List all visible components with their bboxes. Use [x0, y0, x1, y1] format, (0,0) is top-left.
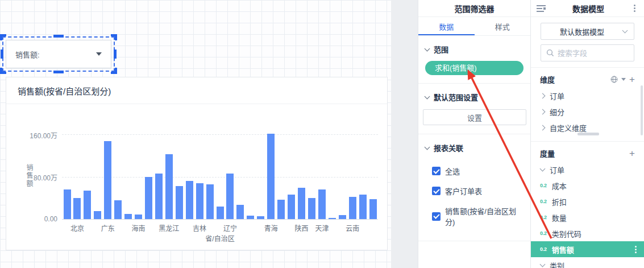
bar-7[interactable]: [135, 215, 142, 219]
chevron-down-icon[interactable]: [540, 262, 546, 267]
gridline-160: [62, 134, 378, 135]
data-model-select[interactable]: 默认数据模型: [541, 23, 634, 40]
tab-style[interactable]: 样式: [475, 17, 531, 35]
dimension-item-label: 细分: [550, 106, 564, 117]
bar-10[interactable]: [165, 154, 173, 219]
measure-group-order[interactable]: 订单: [531, 162, 644, 178]
bar-27[interactable]: [339, 215, 346, 219]
bar-25[interactable]: [318, 189, 326, 219]
add-dimension-icon[interactable]: +: [629, 76, 635, 84]
search-input[interactable]: [558, 49, 626, 57]
resize-handle[interactable]: [111, 34, 117, 40]
section-range[interactable]: 范围: [425, 44, 523, 55]
settings-button[interactable]: 设置: [423, 109, 526, 125]
chevron-down-icon[interactable]: [425, 93, 430, 99]
kebab-menu-icon[interactable]: [630, 5, 638, 13]
measure-item-selected[interactable]: 0.2销售额: [531, 241, 644, 257]
bar-9[interactable]: [155, 174, 163, 219]
bar-6[interactable]: [124, 214, 132, 219]
filter-dropdown-widget[interactable]: 销售额:: [6, 40, 111, 68]
checkbox-label: 客户订单表: [445, 185, 482, 196]
bar-17[interactable]: [236, 205, 244, 219]
kebab-menu-icon[interactable]: [631, 245, 639, 253]
bar-14[interactable]: [206, 184, 214, 219]
bar-19[interactable]: [257, 216, 264, 219]
section-default-range-label: 默认范围设置: [434, 92, 478, 102]
chevron-down-icon[interactable]: [621, 78, 626, 81]
bar-8[interactable]: [145, 177, 152, 219]
report-link-checkbox-list: 全选客户订单表销售额(按省/自治区划分): [418, 166, 530, 227]
bar-12[interactable]: [186, 181, 193, 220]
chevron-right-icon[interactable]: [540, 125, 546, 130]
bar-28[interactable]: [349, 197, 356, 219]
vertical-scrollbar-thumb[interactable]: [641, 85, 643, 135]
measure-item[interactable]: 0.2成本: [531, 178, 644, 193]
section-report-link[interactable]: 报表关联: [425, 142, 523, 153]
resize-handle[interactable]: [114, 50, 117, 59]
horizontal-scrollbar-thumb[interactable]: [577, 133, 599, 135]
bar-11[interactable]: [176, 186, 183, 219]
bar-29[interactable]: [359, 195, 367, 219]
resize-handle[interactable]: [111, 68, 117, 74]
x-tick-label: 广东: [101, 223, 115, 233]
outline-menu-icon[interactable]: [537, 5, 546, 12]
measure-item[interactable]: 0.2折扣: [531, 193, 644, 209]
bar-13[interactable]: [196, 183, 203, 219]
range-field-pill[interactable]: 求和(销售额): [425, 61, 523, 75]
bar-16[interactable]: [226, 174, 234, 219]
chevron-down-icon[interactable]: [425, 46, 430, 51]
chevron-right-icon[interactable]: [540, 109, 546, 114]
measure-item-label: 数量: [552, 212, 567, 223]
add-measure-icon[interactable]: +: [629, 150, 635, 158]
numeric-field-icon: 0.2: [540, 215, 547, 220]
resize-handle[interactable]: [1, 50, 3, 59]
measure-item[interactable]: 0.2数量: [531, 209, 644, 225]
tab-data[interactable]: 数据: [418, 17, 475, 35]
bar-18[interactable]: [247, 216, 254, 219]
dimension-item[interactable]: 细分: [531, 104, 644, 119]
chevron-down-icon[interactable]: [540, 166, 546, 172]
resize-handle[interactable]: [53, 71, 64, 73]
bar-23[interactable]: [298, 188, 305, 219]
bar-26[interactable]: [329, 218, 336, 219]
selected-model: 默认数据模型: [541, 26, 623, 37]
dropdown-caret-icon[interactable]: [96, 52, 102, 56]
bar-15[interactable]: [217, 207, 224, 220]
bar-3[interactable]: [94, 211, 101, 219]
globe-icon[interactable]: [610, 76, 618, 83]
bar-0[interactable]: [64, 189, 71, 219]
chevron-down-icon: [622, 28, 628, 34]
checkbox-checked-icon[interactable]: [432, 212, 441, 221]
bar-5[interactable]: [114, 200, 122, 219]
report-link-checkbox-row[interactable]: 客户订单表: [432, 185, 523, 196]
report-link-checkbox-row[interactable]: 全选: [432, 166, 523, 176]
chevron-right-icon[interactable]: [540, 93, 546, 98]
dimension-item-label: 订单: [550, 90, 564, 101]
checkbox-checked-icon[interactable]: [432, 167, 441, 175]
bar-chart-card[interactable]: 销售额(按省/自治区划分) 160.00万 80.00万 0.00 销售额 北京…: [6, 77, 388, 250]
bar-22[interactable]: [288, 195, 295, 219]
data-model-panel: 数据模型 默认数据模型 维度 + 订单细分自定义维度 度量 +: [530, 0, 644, 268]
numeric-field-icon: 0.2: [540, 230, 547, 236]
field-search-box[interactable]: [541, 44, 634, 61]
panel-tabs: 数据 样式: [418, 17, 530, 36]
bar-30[interactable]: [369, 199, 377, 219]
bar-4[interactable]: [104, 141, 111, 219]
section-default-range[interactable]: 默认范围设置: [425, 92, 523, 102]
measures-label: 度量: [540, 148, 629, 159]
checkbox-checked-icon[interactable]: [432, 187, 441, 195]
bar-2[interactable]: [84, 191, 91, 219]
resize-handle[interactable]: [0, 68, 6, 74]
bar-21[interactable]: [277, 200, 285, 219]
bar-24[interactable]: [308, 198, 315, 220]
measure-item[interactable]: 0.2类别代码: [531, 225, 644, 241]
dashboard-canvas[interactable]: 销售额: 销售额(按省/自治区划分) 160.00万 80.00万 0.00 销…: [0, 0, 391, 268]
measure-item-label: 类别代码: [552, 228, 581, 239]
dimension-item[interactable]: 订单: [531, 88, 644, 104]
resize-handle[interactable]: [53, 35, 64, 38]
chevron-down-icon[interactable]: [425, 144, 430, 150]
bar-1[interactable]: [73, 198, 81, 220]
bar-20[interactable]: [267, 134, 275, 219]
measure-group-category[interactable]: 类别: [531, 257, 644, 268]
report-link-checkbox-row[interactable]: 销售额(按省/自治区划分): [432, 205, 523, 227]
